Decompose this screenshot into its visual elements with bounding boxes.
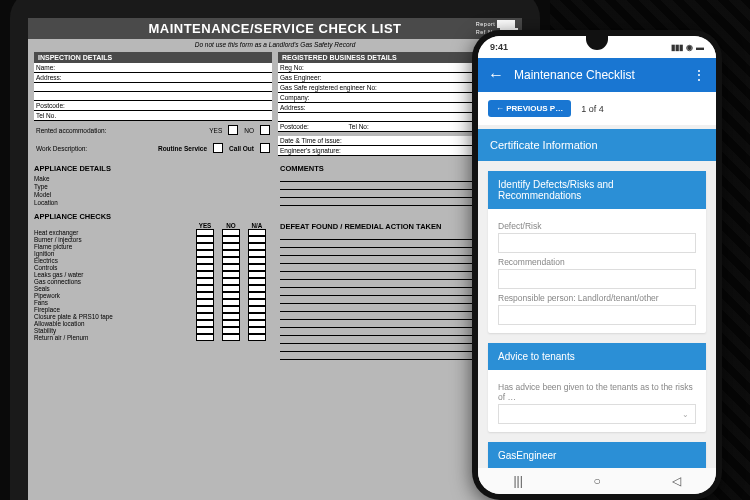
check-cell[interactable] <box>248 243 266 250</box>
check-cell[interactable] <box>248 264 266 271</box>
defect-label: Defect/Risk <box>498 221 696 231</box>
address-field-2[interactable] <box>34 83 272 92</box>
name-field[interactable]: Name: <box>34 63 272 73</box>
nav-recents-icon[interactable]: ||| <box>513 474 522 488</box>
check-cell[interactable] <box>222 271 240 278</box>
nav-home-icon[interactable]: ○ <box>594 474 601 488</box>
check-cell[interactable] <box>248 278 266 285</box>
check-row: Return air / Plenum <box>34 334 270 341</box>
rented-yes-checkbox[interactable] <box>228 125 238 135</box>
check-row-label: Gas connections <box>34 278 192 285</box>
check-cell[interactable] <box>196 264 214 271</box>
rented-no-checkbox[interactable] <box>260 125 270 135</box>
check-cell[interactable] <box>248 334 266 341</box>
check-cell[interactable] <box>196 257 214 264</box>
check-cell[interactable] <box>196 306 214 313</box>
check-cell[interactable] <box>196 334 214 341</box>
callout-checkbox[interactable] <box>260 143 270 153</box>
kebab-menu-icon[interactable]: ⋮ <box>692 67 706 83</box>
appliance-detail-row: Type <box>34 182 270 190</box>
check-cell[interactable] <box>248 271 266 278</box>
wifi-icon: ◉ <box>686 43 693 52</box>
form-title-bar: MAINTENANCE/SERVICE CHECK LIST Report Re… <box>28 18 522 39</box>
responsible-input[interactable] <box>498 305 696 325</box>
check-cell[interactable] <box>248 229 266 236</box>
biz-tel-label: Tel No: <box>349 123 369 130</box>
check-cell[interactable] <box>248 257 266 264</box>
check-cell[interactable] <box>196 285 214 292</box>
check-cell[interactable] <box>196 250 214 257</box>
nav-back-icon[interactable]: ◁ <box>672 474 681 488</box>
check-cell[interactable] <box>196 236 214 243</box>
tel-field[interactable]: Tel No. <box>34 111 272 121</box>
check-cell[interactable] <box>222 264 240 271</box>
page-indicator: 1 of 4 <box>581 104 604 114</box>
check-cell[interactable] <box>196 271 214 278</box>
address-field[interactable]: Address: <box>34 73 272 83</box>
appliance-details-header: APPLIANCE DETAILS <box>34 164 270 173</box>
phone-screen: 9:41 ▮▮▮ ◉ ▬ ← Maintenance Checklist ⋮ ←… <box>478 36 716 494</box>
address-field-3[interactable] <box>34 92 272 101</box>
check-cell[interactable] <box>196 313 214 320</box>
check-row: Leaks gas / water <box>34 271 270 278</box>
android-nav-bar: ||| ○ ◁ <box>478 468 716 494</box>
check-cell[interactable] <box>248 292 266 299</box>
check-row: Ignition <box>34 250 270 257</box>
routine-checkbox[interactable] <box>213 143 223 153</box>
check-cell[interactable] <box>196 320 214 327</box>
check-cell[interactable] <box>196 278 214 285</box>
check-cell[interactable] <box>222 292 240 299</box>
check-cell[interactable] <box>222 285 240 292</box>
check-row: Stability <box>34 327 270 334</box>
postcode-field[interactable]: Postcode: <box>34 101 272 111</box>
check-cell[interactable] <box>196 292 214 299</box>
check-cell[interactable] <box>222 229 240 236</box>
check-cell[interactable] <box>196 243 214 250</box>
routine-label: Routine Service <box>158 145 207 152</box>
check-row-label: Seals <box>34 285 192 292</box>
check-cell[interactable] <box>196 229 214 236</box>
check-cell[interactable] <box>222 320 240 327</box>
check-cell[interactable] <box>248 313 266 320</box>
chevron-down-icon: ⌄ <box>682 410 689 419</box>
check-cell[interactable] <box>248 250 266 257</box>
check-cell[interactable] <box>222 257 240 264</box>
back-icon[interactable]: ← <box>488 66 504 84</box>
appliance-detail-row: Make <box>34 174 270 182</box>
check-row: Electrics <box>34 257 270 264</box>
check-row: Allowable location <box>34 320 270 327</box>
check-row: Pipework <box>34 292 270 299</box>
check-row-label: Ignition <box>34 250 192 257</box>
check-cell[interactable] <box>248 236 266 243</box>
check-cell[interactable] <box>222 313 240 320</box>
check-cell[interactable] <box>222 327 240 334</box>
check-cell[interactable] <box>222 243 240 250</box>
card-advice-header: Advice to tenants <box>488 343 706 370</box>
check-cell[interactable] <box>248 285 266 292</box>
report-field[interactable] <box>497 20 515 28</box>
check-cell[interactable] <box>248 299 266 306</box>
check-cell[interactable] <box>248 306 266 313</box>
card-gas-header: GasEngineer <box>488 442 706 469</box>
previous-page-button[interactable]: ← PREVIOUS P… <box>488 100 571 117</box>
advice-select[interactable]: ⌄ <box>498 404 696 424</box>
check-row-label: Allowable location <box>34 320 192 327</box>
check-cell[interactable] <box>222 299 240 306</box>
defect-input[interactable] <box>498 233 696 253</box>
recommendation-input[interactable] <box>498 269 696 289</box>
check-cell[interactable] <box>196 327 214 334</box>
check-cell[interactable] <box>222 334 240 341</box>
check-cell[interactable] <box>248 327 266 334</box>
check-cell[interactable] <box>222 306 240 313</box>
check-row-label: Flame picture <box>34 243 192 250</box>
pagination-bar: ← PREVIOUS P… 1 of 4 <box>478 92 716 125</box>
check-cell[interactable] <box>196 299 214 306</box>
check-cell[interactable] <box>222 278 240 285</box>
check-cell[interactable] <box>222 250 240 257</box>
tablet-screen: MAINTENANCE/SERVICE CHECK LIST Report Re… <box>28 18 522 500</box>
check-cell[interactable] <box>222 236 240 243</box>
check-row-label: Closure plate & PRS10 tape <box>34 313 192 320</box>
battery-icon: ▬ <box>696 43 704 52</box>
check-row: Seals <box>34 285 270 292</box>
check-cell[interactable] <box>248 320 266 327</box>
